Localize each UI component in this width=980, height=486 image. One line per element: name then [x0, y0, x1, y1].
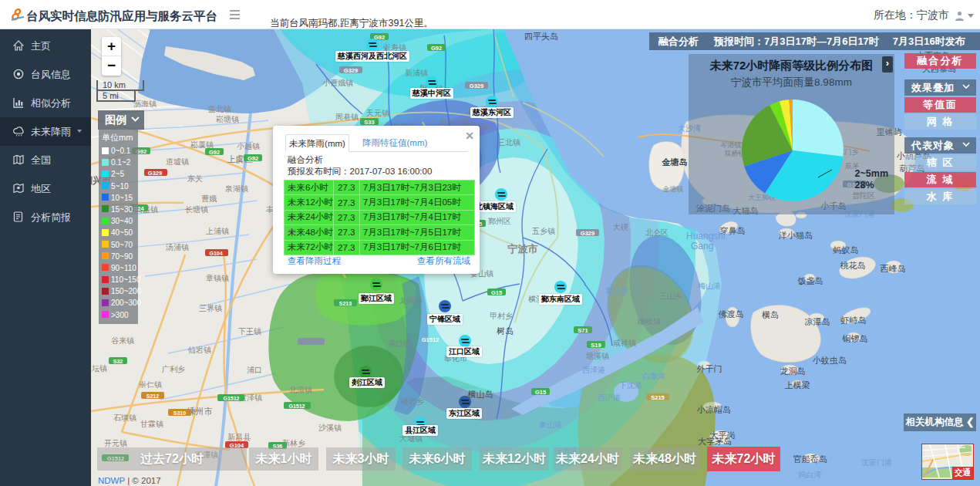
svg-text:捣白湾: 捣白湾 — [798, 471, 821, 479]
svg-text:盖北镇: 盖北镇 — [208, 105, 231, 113]
svg-text:西峰岛: 西峰岛 — [881, 264, 906, 273]
svg-text:崧塘镇: 崧塘镇 — [216, 115, 239, 123]
svg-text:佛渡岛: 佛渡岛 — [719, 309, 744, 319]
svg-text:金塘岛: 金塘岛 — [662, 157, 688, 167]
svg-text:楼岩乡: 楼岩乡 — [400, 397, 424, 406]
svg-text:沈家门港: 沈家门港 — [860, 458, 892, 467]
svg-text:西泽港: 西泽港 — [582, 366, 605, 374]
svg-text:上横梁: 上横梁 — [785, 380, 810, 390]
svg-text:章镇镇: 章镇镇 — [206, 274, 229, 282]
svg-text:泉湖镇: 泉湖镇 — [224, 184, 248, 193]
svg-text:象山港: 象山港 — [539, 420, 562, 429]
svg-text:桃花岛: 桃花岛 — [840, 261, 866, 270]
svg-text:横山岛: 横山岛 — [468, 390, 493, 399]
svg-text:小凉帽岛: 小凉帽岛 — [696, 405, 731, 414]
svg-text:G1512: G1512 — [288, 403, 305, 409]
svg-text:石璜镇: 石璜镇 — [113, 413, 136, 422]
svg-text:S212: S212 — [146, 393, 159, 399]
svg-text:S71: S71 — [578, 327, 588, 334]
svg-text:曹娥: 曹娥 — [201, 194, 217, 203]
svg-text:长塘镇: 长塘镇 — [185, 205, 208, 214]
svg-text:S310: S310 — [173, 410, 186, 416]
svg-text:梅山港: 梅山港 — [697, 282, 721, 290]
svg-text:咸祥镇: 咸祥镇 — [613, 339, 636, 347]
svg-text:小曹娥镇: 小曹娥镇 — [322, 79, 353, 87]
svg-text:谷来镇: 谷来镇 — [111, 336, 134, 345]
svg-text:Gang: Gang — [691, 241, 713, 251]
svg-text:崧厦镇: 崧厦镇 — [190, 140, 214, 149]
svg-text:外干门: 外干门 — [697, 364, 722, 373]
svg-text:白墩港: 白墩港 — [642, 372, 665, 380]
svg-text:三界镇: 三界镇 — [199, 304, 222, 312]
svg-text:道墟镇: 道墟镇 — [166, 157, 189, 166]
svg-text:开元镇: 开元镇 — [104, 439, 127, 447]
svg-text:G92: G92 — [209, 149, 220, 156]
svg-text:G329: G329 — [344, 67, 358, 74]
svg-text:Huangshi: Huangshi — [686, 231, 726, 241]
svg-text:上浦镇: 上浦镇 — [205, 227, 229, 235]
svg-text:三北镇: 三北镇 — [497, 138, 520, 147]
svg-text:S32: S32 — [113, 359, 123, 364]
svg-text:溪口镇: 溪口镇 — [388, 339, 411, 348]
svg-text:沙溪镇: 沙溪镇 — [318, 424, 342, 432]
svg-text:洋小猫岛: 洋小猫岛 — [778, 231, 813, 240]
svg-text:龙洞岛: 龙洞岛 — [780, 366, 806, 376]
svg-text:三山乡: 三山乡 — [659, 292, 682, 300]
svg-text:小蚊虫岛: 小蚊虫岛 — [812, 356, 847, 365]
svg-text:崇仁镇: 崇仁镇 — [139, 380, 162, 389]
svg-text:鄞州区: 鄞州区 — [488, 217, 511, 225]
svg-text:S215: S215 — [651, 394, 665, 401]
svg-text:G1512: G1512 — [223, 396, 239, 401]
svg-text:5 mi: 5 mi — [103, 91, 119, 100]
svg-text:横岛: 横岛 — [762, 310, 779, 319]
svg-text:虾峙岛: 虾峙岛 — [841, 316, 867, 325]
svg-text:铜锣岛: 铜锣岛 — [843, 334, 868, 343]
svg-text:S213: S213 — [339, 301, 352, 306]
svg-text:G15: G15 — [491, 289, 502, 296]
svg-text:G92: G92 — [431, 45, 442, 52]
svg-text:官船岙岛: 官船岙岛 — [793, 454, 827, 464]
svg-text:G92: G92 — [248, 155, 258, 162]
svg-text:新昌县: 新昌县 — [227, 433, 251, 441]
svg-text:G104: G104 — [209, 251, 222, 256]
svg-text:龙观乡: 龙观乡 — [399, 296, 423, 305]
svg-text:大碶: 大碶 — [613, 223, 628, 231]
svg-text:S33: S33 — [364, 119, 374, 126]
svg-text:树岛: 树岛 — [497, 326, 514, 336]
svg-text:北漳镇: 北漳镇 — [289, 386, 312, 394]
svg-text:瞻岐镇: 瞻岐镇 — [638, 317, 661, 326]
svg-text:东关: 东关 — [187, 174, 203, 183]
svg-text:小越镇: 小越镇 — [237, 142, 260, 150]
svg-text:汤浦镇: 汤浦镇 — [165, 243, 189, 251]
svg-text:西沪港: 西沪港 — [598, 393, 621, 402]
svg-text:王坛镇: 王坛镇 — [91, 364, 107, 373]
svg-text:G329: G329 — [581, 230, 594, 237]
svg-text:S19: S19 — [591, 342, 601, 349]
svg-text:象山港: 象山港 — [605, 286, 628, 295]
svg-text:新浦镇: 新浦镇 — [405, 69, 428, 77]
svg-text:G329: G329 — [148, 170, 162, 177]
svg-text:塘溪镇: 塘溪镇 — [585, 352, 609, 360]
svg-text:五乡镇: 五乡镇 — [532, 227, 555, 235]
svg-text:仙岩镇: 仙岩镇 — [187, 346, 211, 354]
svg-text:大字茅岛: 大字茅岛 — [698, 437, 732, 446]
svg-text:饭盏岛: 饭盏岛 — [798, 276, 823, 285]
svg-text:蚂蚁岛: 蚂蚁岛 — [834, 245, 859, 255]
svg-text:甲村乡: 甲村乡 — [490, 312, 513, 320]
svg-text:宁波市: 宁波市 — [507, 243, 538, 255]
svg-text:下王镇: 下王镇 — [238, 327, 261, 336]
svg-text:金塘镇: 金塘镇 — [663, 185, 684, 193]
svg-text:凉潭岛: 凉潭岛 — [805, 317, 830, 326]
svg-text:四平头岛: 四平头岛 — [524, 32, 558, 41]
svg-text:周巷镇: 周巷镇 — [335, 113, 359, 121]
svg-text:G329: G329 — [470, 83, 483, 89]
svg-text:广利乡: 广利乡 — [162, 365, 185, 373]
svg-text:浦口: 浦口 — [247, 366, 262, 374]
svg-text:北仑区: 北仑区 — [645, 228, 668, 237]
svg-text:下沈港: 下沈港 — [619, 381, 642, 390]
svg-text:甘霖镇: 甘霖镇 — [140, 420, 163, 428]
svg-text:G15: G15 — [535, 389, 546, 396]
svg-text:天元镇: 天元镇 — [366, 109, 389, 117]
svg-text:10 km: 10 km — [103, 80, 126, 89]
svg-text:G1512: G1512 — [422, 336, 439, 343]
